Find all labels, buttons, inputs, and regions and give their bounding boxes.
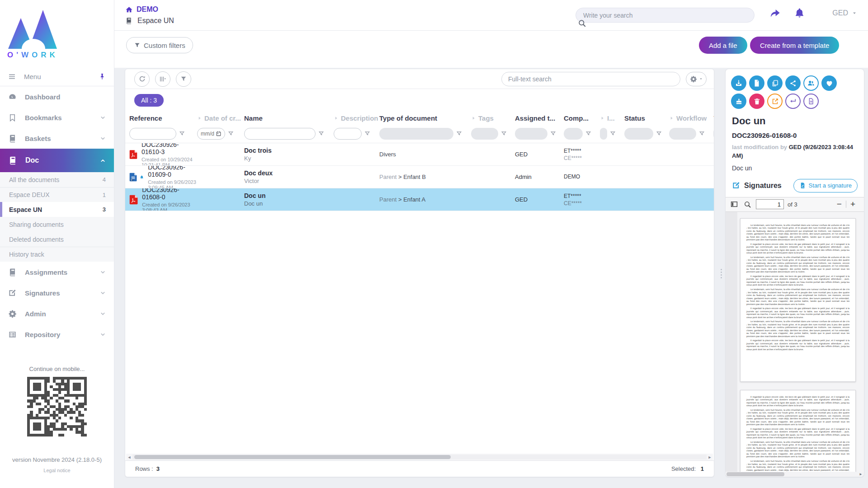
share-forward-icon[interactable]	[769, 7, 781, 19]
global-search-input[interactable]	[583, 12, 736, 19]
column-header-type[interactable]: Type of document	[379, 114, 471, 122]
zoom-in-button[interactable]: +	[846, 199, 859, 209]
date-filter-input[interactable]	[197, 128, 225, 140]
column-header-date[interactable]: Date of cr...	[197, 114, 244, 122]
document-name: Doc deux	[244, 169, 334, 177]
sidebar-item-sharing-documents[interactable]: Sharing documents	[0, 217, 114, 232]
fulltext-search-input[interactable]	[508, 75, 674, 83]
sidebar-item-history-track[interactable]: History track	[0, 247, 114, 262]
sidebar-item-assignments[interactable]: Assignments	[0, 262, 114, 282]
sidebar-item-espace-deux[interactable]: Espace DEUX 1	[0, 187, 114, 202]
document-subtitle: Doc un	[244, 200, 334, 207]
brand-logo[interactable]: O'WORK	[0, 0, 114, 67]
table-row-selected[interactable]: DOC230926-01608-0 Created on 9/26/2023 3…	[125, 188, 714, 211]
funnel-icon[interactable]	[228, 131, 234, 136]
check-in-button[interactable]	[785, 94, 801, 109]
table-row[interactable]: DOC230926-01609-0 Created on 9/26/2023 3…	[125, 166, 714, 188]
scroll-right-arrow[interactable]: ►	[707, 455, 713, 460]
count-badge: 1	[103, 192, 106, 198]
table-row[interactable]: DOC230926-01610-3 Created on 10/29/2024 …	[125, 143, 714, 166]
upload-version-button[interactable]	[749, 75, 764, 91]
delete-button[interactable]	[749, 94, 764, 109]
favorite-button[interactable]	[821, 75, 837, 91]
pdf-horizontal-scrollbar[interactable]: ►	[726, 472, 864, 477]
funnel-icon[interactable]	[585, 131, 591, 136]
user-menu[interactable]: GED	[832, 9, 857, 17]
create-from-template-label: Create from a template	[760, 42, 829, 49]
sidebar-item-dashboard[interactable]: Dashboard	[0, 86, 114, 107]
pdf-scrollbar-thumb[interactable]	[726, 472, 784, 476]
document-reference: DOC230926-01610-3	[142, 143, 197, 155]
scroll-left-arrow[interactable]: ◄	[126, 455, 132, 460]
sidebar-toggle-icon[interactable]	[730, 200, 738, 208]
funnel-icon[interactable]	[364, 131, 370, 136]
column-header-y[interactable]: Y...	[713, 114, 714, 122]
pdf-pages-area[interactable]: Le lendemain, vers huit heures, la ville…	[726, 212, 864, 472]
horizontal-scrollbar[interactable]: ◄ ►	[126, 454, 713, 460]
legal-notice-link[interactable]: Legal notice	[0, 468, 114, 473]
refresh-button[interactable]	[134, 71, 150, 87]
create-from-template-button[interactable]: Create from a template	[750, 37, 839, 54]
calendar-icon[interactable]	[216, 131, 222, 136]
columns-button[interactable]	[155, 71, 170, 87]
column-header-workflow[interactable]: Workflow	[669, 114, 713, 122]
pdf-search-icon[interactable]	[744, 201, 751, 208]
column-header-description[interactable]: Description	[334, 114, 379, 122]
column-header-name[interactable]: Name	[244, 114, 334, 122]
funnel-icon[interactable]	[501, 131, 507, 136]
download-button[interactable]	[731, 75, 746, 91]
properties-button[interactable]	[803, 94, 819, 109]
column-header-reference[interactable]: Reference	[129, 114, 197, 122]
panel-resize-handle[interactable]	[719, 266, 723, 281]
start-signature-button[interactable]: Start a signature	[793, 179, 858, 192]
column-header-i[interactable]: I...	[600, 114, 624, 122]
menu-toggle[interactable]: Menu	[0, 67, 114, 86]
sidebar-item-all-the-documents[interactable]: All the documents 4	[0, 172, 114, 187]
selected-count: 1	[701, 465, 704, 472]
stamp-button[interactable]	[731, 94, 746, 109]
date-filter-field[interactable]	[201, 131, 214, 137]
funnel-icon[interactable]	[550, 131, 556, 136]
pdf-scroll-right-arrow[interactable]: ►	[858, 472, 864, 476]
filter-button[interactable]	[176, 71, 191, 87]
table-settings-button[interactable]	[686, 72, 707, 86]
share-button[interactable]	[785, 75, 801, 91]
column-header-company[interactable]: Comp...	[564, 114, 600, 122]
funnel-icon[interactable]	[656, 131, 662, 136]
sidebar-item-espace-un[interactable]: Espace UN 3	[0, 202, 114, 217]
column-header-tags[interactable]: Tags	[471, 114, 515, 122]
page-number-input[interactable]	[756, 199, 784, 209]
custom-filters-button[interactable]: Custom filters	[126, 37, 193, 53]
funnel-icon[interactable]	[456, 131, 462, 136]
zoom-out-button[interactable]: −	[833, 199, 846, 209]
column-header-status[interactable]: Status	[624, 114, 669, 122]
all-filter-badge[interactable]: All : 3	[134, 94, 164, 107]
sidebar-item-bookmarks[interactable]: Bookmarks	[0, 107, 114, 128]
pin-icon[interactable]	[99, 73, 106, 80]
copy-button[interactable]	[767, 75, 783, 91]
sidebar-item-doc[interactable]: Doc	[0, 149, 114, 172]
bell-icon[interactable]	[794, 7, 805, 19]
search-icon[interactable]	[578, 19, 586, 28]
description-filter-input[interactable]	[334, 128, 362, 140]
sidebar-item-deleted-documents[interactable]: Deleted documents	[0, 232, 114, 247]
funnel-icon[interactable]	[610, 131, 616, 136]
breadcrumb-space[interactable]: DEMO	[125, 5, 158, 14]
name-filter-input[interactable]	[244, 128, 316, 140]
open-external-button[interactable]	[767, 94, 783, 109]
funnel-icon[interactable]	[699, 131, 705, 136]
add-a-file-button[interactable]: Add a file	[699, 37, 747, 54]
reference-filter-input[interactable]	[129, 128, 176, 140]
column-header-assigned[interactable]: Assigned t...	[515, 114, 564, 122]
scrollbar-thumb[interactable]	[134, 455, 451, 459]
sidebar-item-signatures[interactable]: Signatures	[0, 282, 114, 303]
sidebar-item-repository[interactable]: Repository	[0, 324, 114, 345]
assign-users-button[interactable]	[803, 75, 819, 91]
top-header: DEMO Espace UN GED Custom filters Add a …	[114, 0, 868, 68]
funnel-icon[interactable]	[179, 131, 185, 136]
sidebar-item-admin[interactable]: Admin	[0, 303, 114, 324]
list-icon	[8, 330, 17, 339]
external-link-icon	[771, 98, 779, 105]
funnel-icon[interactable]	[318, 131, 324, 136]
sidebar-item-baskets[interactable]: Baskets	[0, 128, 114, 149]
